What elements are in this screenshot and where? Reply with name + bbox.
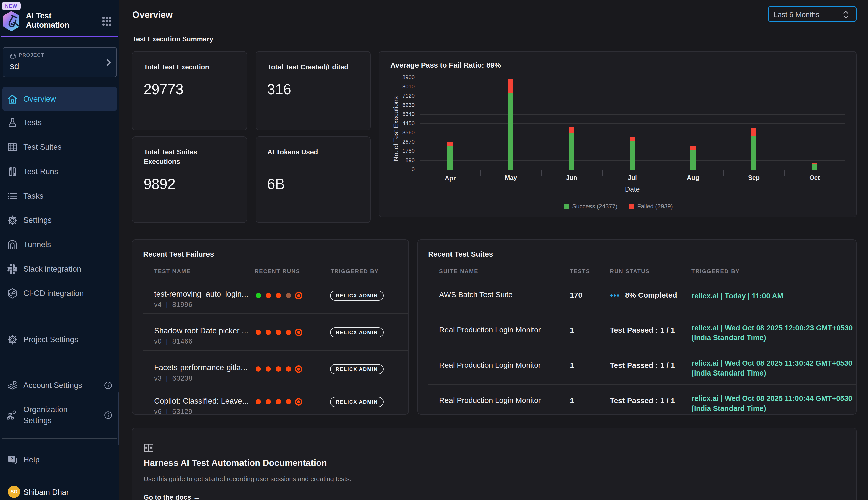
svg-text:?: ? bbox=[11, 457, 13, 461]
